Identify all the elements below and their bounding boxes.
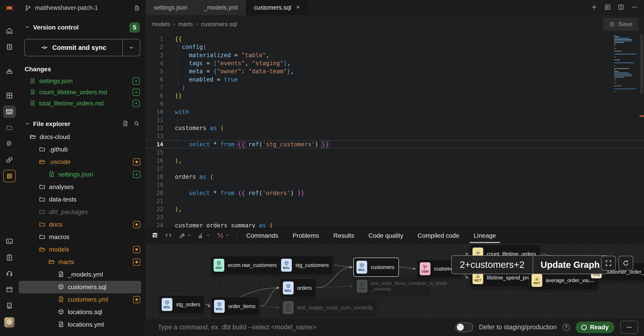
close-tab-icon[interactable] bbox=[296, 4, 300, 11]
tree-item-docs-cloud[interactable]: docs-cloud bbox=[19, 131, 146, 143]
build-group[interactable] bbox=[178, 232, 191, 239]
minimap-line bbox=[614, 68, 629, 69]
lineage-node-stg_customers[interactable]: MDLstg_customers bbox=[278, 256, 333, 275]
support-headset-icon[interactable] bbox=[3, 267, 16, 280]
lineage-node-test_order_items_compute_to_bools[interactable]: TSTtest_order_items_compute_to_bools _co… bbox=[354, 277, 431, 296]
changed-file-row[interactable]: count_lifetime_orders.md bbox=[19, 87, 146, 98]
more-options-icon[interactable] bbox=[631, 4, 638, 11]
line-text: customers as ( bbox=[163, 125, 224, 131]
lineage-node-order_items[interactable]: MDLorder_items bbox=[211, 297, 260, 316]
update-graph-button[interactable]: Update Graph bbox=[533, 256, 607, 274]
clipboard-icon[interactable] bbox=[3, 251, 16, 264]
ai-assistant-icon[interactable] bbox=[3, 170, 16, 182]
editor-scrollbar[interactable] bbox=[640, 33, 644, 228]
ai-fix-group[interactable] bbox=[217, 232, 230, 239]
orchestration-icon[interactable] bbox=[3, 154, 16, 166]
tab-customers.sql[interactable]: customers.sql bbox=[246, 0, 309, 15]
help-icon[interactable]: ? bbox=[562, 324, 570, 331]
lineage-selector-input[interactable]: 2+customers+2 bbox=[452, 256, 533, 274]
lineage-node-ecom.raw_customers[interactable]: SRCecom.raw_customers bbox=[211, 256, 281, 275]
tree-item-settings.json[interactable]: settings.json bbox=[19, 168, 146, 181]
panel-tab-commands[interactable]: Commands bbox=[239, 228, 285, 243]
tree-item-customers.sql[interactable]: customers.sql bbox=[19, 281, 141, 293]
terminal-icon[interactable] bbox=[3, 235, 16, 248]
tree-item-customers.yml[interactable]: customers.yml bbox=[19, 293, 146, 306]
tree-item-macros[interactable]: macros bbox=[19, 231, 146, 243]
new-tab-icon[interactable] bbox=[591, 4, 598, 11]
ide-editor-icon[interactable] bbox=[3, 105, 16, 118]
docs-icon[interactable] bbox=[3, 41, 16, 53]
panel-tab-code-quality[interactable]: Code quality bbox=[361, 228, 410, 243]
file-icon bbox=[48, 171, 55, 178]
tree-item-models[interactable]: models bbox=[19, 243, 146, 256]
preview-table-icon[interactable] bbox=[152, 232, 158, 240]
fullscreen-button[interactable] bbox=[601, 256, 616, 271]
commit-options-dropdown[interactable] bbox=[122, 39, 140, 56]
lineage-node-stg_orders[interactable]: MDLstg_orders bbox=[159, 295, 204, 314]
open-editors-icon[interactable] bbox=[604, 4, 611, 11]
tab-settings.json[interactable]: settings.json bbox=[146, 0, 196, 15]
refresh-graph-button[interactable] bbox=[618, 256, 633, 271]
panel-tab-compiled-code[interactable]: Compiled code bbox=[410, 228, 466, 243]
lineage-canvas[interactable]: SRCecom.raw_customersMDLstg_customersMDL… bbox=[146, 243, 644, 318]
panel-tab-problems[interactable]: Problems bbox=[285, 228, 326, 243]
save-button[interactable]: Save bbox=[603, 18, 638, 31]
chevron-down-icon bbox=[24, 121, 30, 127]
open-tabs: settings.json_models.ymlcustomers.sql bbox=[146, 0, 309, 15]
status-badge[interactable]: Ready bbox=[576, 322, 614, 333]
indent-guide bbox=[178, 83, 178, 92]
organization-icon[interactable] bbox=[3, 299, 16, 312]
minimap-line bbox=[614, 75, 632, 76]
command-input[interactable]: Type a command, ex. dbt build --select <… bbox=[158, 324, 450, 331]
chevron-down-icon bbox=[187, 233, 191, 238]
panel-tab-results[interactable]: Results bbox=[326, 228, 361, 243]
breadcrumb-item[interactable]: marts bbox=[178, 21, 193, 28]
commit-and-sync-button[interactable]: Commit and sync bbox=[24, 39, 122, 56]
git-branch-row[interactable]: matthewshaver-patch-1 bbox=[19, 0, 146, 16]
tree-item-analyses[interactable]: analyses bbox=[19, 181, 146, 193]
changed-file-row[interactable]: total_lifetime_orders.md bbox=[19, 98, 146, 109]
code-line-13: 13 bbox=[146, 132, 644, 140]
tree-item-_models.yml[interactable]: _models.yml bbox=[19, 268, 146, 281]
tree-item-dbt_packages[interactable]: dbt_packages bbox=[19, 206, 146, 218]
lineage-node-orders[interactable]: MDLorders bbox=[280, 279, 316, 297]
minimap[interactable] bbox=[614, 35, 637, 93]
scrollbar-handle[interactable] bbox=[640, 34, 643, 94]
file-explorer-header[interactable]: File explorer bbox=[19, 115, 146, 131]
folder-open-icon bbox=[48, 259, 55, 266]
more-actions-button[interactable] bbox=[620, 321, 638, 334]
search-icon[interactable] bbox=[134, 120, 140, 128]
compile-code-icon[interactable] bbox=[165, 232, 172, 240]
new-file-icon[interactable] bbox=[122, 120, 128, 128]
bottom-panel: CommandsProblemsResultsCode qualityCompi… bbox=[146, 228, 644, 318]
breadcrumb-item[interactable]: models bbox=[152, 21, 170, 28]
user-avatar[interactable] bbox=[4, 317, 14, 328]
changed-file-row[interactable]: settings.json bbox=[19, 75, 146, 87]
tree-item-marts[interactable]: marts bbox=[19, 256, 146, 268]
panel-tab-lineage[interactable]: Lineage bbox=[466, 228, 503, 243]
tree-item-docs[interactable]: docs bbox=[19, 218, 146, 231]
tree-item-data-tests[interactable]: data-tests bbox=[19, 193, 146, 206]
breadcrumb-item[interactable]: customers.sql bbox=[201, 21, 237, 28]
version-control-header[interactable]: Version control 5 bbox=[19, 16, 146, 35]
canvas-icon[interactable] bbox=[3, 121, 16, 134]
code-editor[interactable]: 1{{2 config(3 materialized = "table",4 t… bbox=[146, 33, 644, 228]
layers-icon[interactable] bbox=[3, 65, 16, 77]
mdl-badge: MDL bbox=[356, 261, 367, 274]
minimap-line bbox=[614, 48, 616, 48]
tree-item-.vscode[interactable]: .vscode bbox=[19, 156, 146, 168]
tree-item-.github[interactable]: .github bbox=[19, 143, 146, 156]
defer-toggle[interactable] bbox=[455, 322, 473, 332]
copy-icon[interactable] bbox=[133, 5, 140, 11]
lineage-node-customers[interactable]: MDLcustomers bbox=[353, 258, 399, 277]
tree-item-locations.yml[interactable]: locations.yml bbox=[19, 318, 146, 331]
tree-item-locations.sql[interactable]: locations.sql bbox=[19, 306, 146, 318]
tab-_models.yml[interactable]: _models.yml bbox=[196, 0, 246, 15]
lineage-node-test_supply_costs_sum_correctly[interactable]: TSTtest_supply_costs_sum_correctly bbox=[280, 298, 377, 317]
format-group[interactable] bbox=[198, 232, 210, 239]
home-icon[interactable] bbox=[3, 24, 16, 37]
browser-window-icon[interactable] bbox=[3, 283, 16, 296]
dashboard-icon[interactable] bbox=[3, 89, 16, 102]
catalog-search-icon[interactable] bbox=[3, 138, 16, 150]
split-editor-icon[interactable] bbox=[618, 4, 624, 11]
